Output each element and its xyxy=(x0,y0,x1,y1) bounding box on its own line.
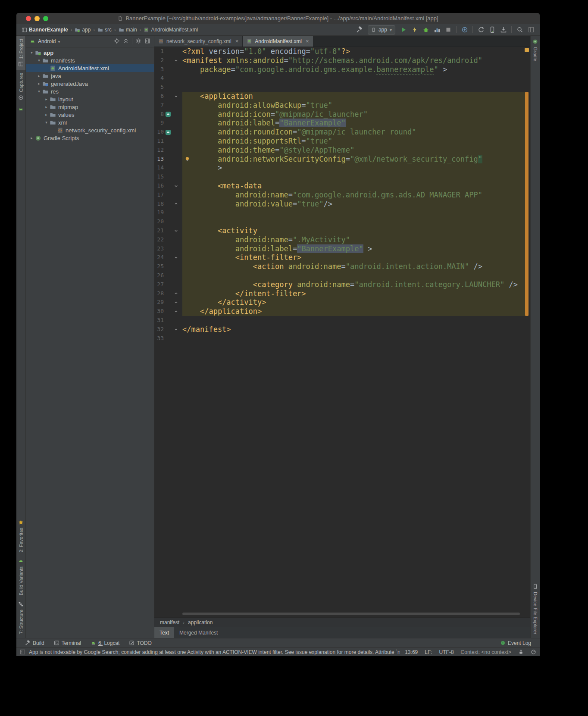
tool-button-android-head[interactable] xyxy=(16,103,25,115)
xml-file-icon xyxy=(57,127,63,134)
gutter-icon-slot xyxy=(164,200,172,209)
fold-down-icon[interactable] xyxy=(174,58,178,63)
horizontal-scrollbar[interactable] xyxy=(182,613,520,615)
tool-window-button-6-logcat[interactable]: 6: Logcat xyxy=(86,638,124,647)
project-view-selector[interactable]: Android xyxy=(38,38,56,44)
tool-button-1-project[interactable]: 1: Project xyxy=(16,36,25,70)
fold-marker-slot xyxy=(172,235,179,244)
view-tab-text[interactable]: Text xyxy=(154,627,174,638)
file-encoding[interactable]: UTF-8 xyxy=(439,649,454,655)
tree-expanded-arrow[interactable]: ▾ xyxy=(28,50,35,55)
tree-collapsed-arrow[interactable]: ▸ xyxy=(36,81,42,86)
tree-collapsed-arrow[interactable]: ▸ xyxy=(43,97,50,101)
tree-item-xml[interactable]: ▾xml xyxy=(26,119,154,126)
cursor-position[interactable]: 13:69 xyxy=(405,649,418,655)
launcher-preview-icon[interactable] xyxy=(165,129,171,135)
line-separator-indicator[interactable]: LF: xyxy=(425,649,432,655)
editor-tab-androidmanifest-xml[interactable]: AndroidManifest.xml× xyxy=(243,36,313,47)
bulb-icon[interactable] xyxy=(185,156,190,162)
tool-window-button-event-log[interactable]: Event Log xyxy=(496,640,535,646)
tree-item-values[interactable]: ▸values xyxy=(26,111,154,119)
editor-breadcrumb-manifest[interactable]: manifest xyxy=(159,619,181,626)
tree-item-androidmanifest-xml[interactable]: AndroidManifest.xml xyxy=(26,64,154,72)
tree-item-mipmap[interactable]: ▸mipmap xyxy=(26,103,154,111)
zoom-window-button[interactable] xyxy=(43,16,48,21)
avd-manager-button[interactable] xyxy=(487,25,497,34)
launcher-preview-icon[interactable] xyxy=(165,111,171,117)
search-everywhere-button[interactable] xyxy=(514,25,525,34)
apply-changes-button[interactable] xyxy=(409,25,420,34)
close-icon[interactable]: × xyxy=(235,38,239,44)
breadcrumb-item-src[interactable]: src xyxy=(97,26,113,33)
error-stripe-marker[interactable] xyxy=(525,92,529,316)
line-number: 28 xyxy=(154,289,164,298)
tree-item-app[interactable]: ▾app xyxy=(26,49,154,56)
breadcrumb-item-main[interactable]: main xyxy=(118,26,138,33)
tree-expanded-arrow[interactable]: ▾ xyxy=(36,58,42,63)
breadcrumb-item-app[interactable]: app xyxy=(74,26,91,33)
sdk-manager-button[interactable] xyxy=(498,25,509,34)
sync-project-button[interactable] xyxy=(475,25,486,34)
tree-item-java[interactable]: ▸java xyxy=(26,72,154,80)
settings-button[interactable] xyxy=(135,38,141,45)
tool-button-captures[interactable]: Captures xyxy=(16,70,25,103)
close-icon[interactable]: × xyxy=(306,38,309,44)
tree-collapsed-arrow[interactable]: ▸ xyxy=(36,74,42,78)
tree-collapsed-arrow[interactable]: ▸ xyxy=(43,105,50,109)
editor-breadcrumb-application[interactable]: application xyxy=(187,619,214,626)
inspections-profile-icon[interactable] xyxy=(531,649,536,655)
tool-window-button-terminal[interactable]: Terminal xyxy=(50,638,85,647)
fold-up-icon[interactable] xyxy=(174,327,178,332)
fold-down-icon[interactable] xyxy=(174,184,178,188)
fold-down-icon[interactable] xyxy=(174,255,178,260)
toolwindow-layout-button[interactable] xyxy=(525,25,536,34)
breadcrumb-item-bannerexample[interactable]: BannerExample xyxy=(21,26,69,33)
fold-up-icon[interactable] xyxy=(174,309,178,314)
view-tab-merged-manifest[interactable]: Merged Manifest xyxy=(174,627,223,638)
tree-item-network-security-config-xml[interactable]: network_security_config.xml xyxy=(26,126,154,134)
attach-debugger-button[interactable] xyxy=(459,25,470,34)
hide-button[interactable] xyxy=(144,38,150,45)
tool-window-button-todo[interactable]: TODO xyxy=(125,638,156,647)
tree-collapsed-arrow[interactable]: ▸ xyxy=(28,136,35,140)
breadcrumb-item-androidmanifest-xml[interactable]: AndroidManifest.xml xyxy=(143,26,199,33)
debug-button[interactable] xyxy=(420,25,431,34)
tree-expanded-arrow[interactable]: ▾ xyxy=(36,89,42,94)
tree-item-layout[interactable]: ▸layout xyxy=(26,95,154,103)
tool-button-build-variants[interactable]: Build Variants xyxy=(16,555,25,598)
tree-item-res[interactable]: ▾res xyxy=(26,88,154,95)
minimize-window-button[interactable] xyxy=(34,16,40,21)
tool-button-7-structure[interactable]: 7: Structure xyxy=(16,598,25,637)
editor-tab-network-security-config-xml[interactable]: network_security_config.xml× xyxy=(154,36,243,47)
fold-up-icon[interactable] xyxy=(174,300,178,305)
tree-item-generatedjava[interactable]: ▸generatedJava xyxy=(26,80,154,88)
locate-button[interactable] xyxy=(114,38,120,45)
fold-up-icon[interactable] xyxy=(174,291,178,296)
run-button[interactable] xyxy=(398,25,409,34)
fold-down-icon[interactable] xyxy=(174,228,178,233)
profiler-button[interactable] xyxy=(432,25,442,34)
close-window-button[interactable] xyxy=(26,16,31,21)
code-editor[interactable]: 1<?xml version="1.0" encoding="utf-8"?>2… xyxy=(154,47,530,617)
fold-up-icon[interactable] xyxy=(174,201,178,206)
tool-button-gradle[interactable]: Gradle xyxy=(531,36,540,64)
collapse-all-button[interactable] xyxy=(123,38,129,45)
tool-button-2-favorites[interactable]: 2: Favorites xyxy=(16,516,25,555)
inspection-status-badge[interactable] xyxy=(525,48,529,52)
tree-item-gradle-scripts[interactable]: ▸Gradle Scripts xyxy=(26,134,154,142)
stop-button[interactable] xyxy=(443,25,454,34)
tool-window-button-build[interactable]: Build xyxy=(21,638,49,647)
hammer-button[interactable] xyxy=(354,25,365,34)
toolbar-divider xyxy=(456,26,457,33)
tool-window-button-label: Terminal xyxy=(62,640,81,646)
status-message[interactable]: App is not indexable by Google Search; c… xyxy=(29,649,400,655)
tree-collapsed-arrow[interactable]: ▸ xyxy=(43,113,50,117)
breadcrumb-separator: › xyxy=(114,27,116,32)
lock-icon[interactable] xyxy=(518,649,524,655)
run-configuration-select[interactable]: app▾ xyxy=(368,25,395,34)
tree-item-manifests[interactable]: ▾manifests xyxy=(26,56,154,64)
toolwindow-switcher-icon[interactable] xyxy=(20,649,25,655)
tool-button-device-file-explorer[interactable]: Device File Explorer xyxy=(531,581,540,637)
fold-down-icon[interactable] xyxy=(174,94,178,99)
tree-expanded-arrow[interactable]: ▾ xyxy=(43,120,50,125)
